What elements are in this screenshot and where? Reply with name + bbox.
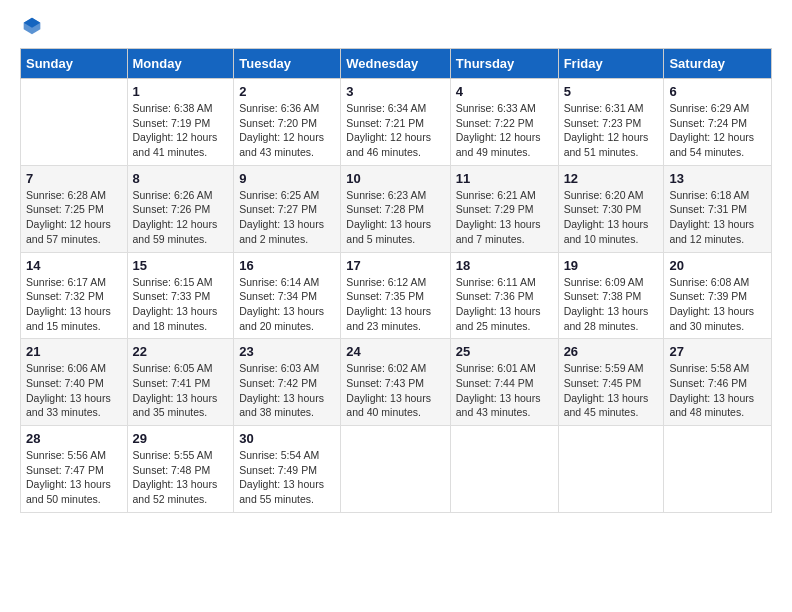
calendar-body: 1Sunrise: 6:38 AMSunset: 7:19 PMDaylight… — [21, 79, 772, 513]
calendar-cell: 15Sunrise: 6:15 AMSunset: 7:33 PMDayligh… — [127, 252, 234, 339]
calendar-cell: 4Sunrise: 6:33 AMSunset: 7:22 PMDaylight… — [450, 79, 558, 166]
day-info: Sunrise: 6:09 AMSunset: 7:38 PMDaylight:… — [564, 275, 659, 334]
week-row: 14Sunrise: 6:17 AMSunset: 7:32 PMDayligh… — [21, 252, 772, 339]
day-number: 10 — [346, 171, 444, 186]
day-number: 20 — [669, 258, 766, 273]
calendar-cell — [558, 426, 664, 513]
day-info: Sunrise: 6:21 AMSunset: 7:29 PMDaylight:… — [456, 188, 553, 247]
day-number: 28 — [26, 431, 122, 446]
calendar-cell: 29Sunrise: 5:55 AMSunset: 7:48 PMDayligh… — [127, 426, 234, 513]
calendar-cell: 25Sunrise: 6:01 AMSunset: 7:44 PMDayligh… — [450, 339, 558, 426]
weekday-header: Friday — [558, 49, 664, 79]
day-number: 3 — [346, 84, 444, 99]
day-info: Sunrise: 6:36 AMSunset: 7:20 PMDaylight:… — [239, 101, 335, 160]
weekday-row: SundayMondayTuesdayWednesdayThursdayFrid… — [21, 49, 772, 79]
calendar-cell: 9Sunrise: 6:25 AMSunset: 7:27 PMDaylight… — [234, 165, 341, 252]
calendar-cell: 14Sunrise: 6:17 AMSunset: 7:32 PMDayligh… — [21, 252, 128, 339]
day-info: Sunrise: 6:23 AMSunset: 7:28 PMDaylight:… — [346, 188, 444, 247]
day-number: 15 — [133, 258, 229, 273]
day-info: Sunrise: 6:31 AMSunset: 7:23 PMDaylight:… — [564, 101, 659, 160]
calendar-cell: 18Sunrise: 6:11 AMSunset: 7:36 PMDayligh… — [450, 252, 558, 339]
day-number: 8 — [133, 171, 229, 186]
day-number: 22 — [133, 344, 229, 359]
day-info: Sunrise: 6:29 AMSunset: 7:24 PMDaylight:… — [669, 101, 766, 160]
day-number: 21 — [26, 344, 122, 359]
calendar-cell: 17Sunrise: 6:12 AMSunset: 7:35 PMDayligh… — [341, 252, 450, 339]
day-info: Sunrise: 6:34 AMSunset: 7:21 PMDaylight:… — [346, 101, 444, 160]
calendar-cell: 30Sunrise: 5:54 AMSunset: 7:49 PMDayligh… — [234, 426, 341, 513]
logo — [20, 16, 42, 36]
calendar-cell: 26Sunrise: 5:59 AMSunset: 7:45 PMDayligh… — [558, 339, 664, 426]
day-number: 24 — [346, 344, 444, 359]
calendar-cell — [450, 426, 558, 513]
day-info: Sunrise: 6:12 AMSunset: 7:35 PMDaylight:… — [346, 275, 444, 334]
day-number: 4 — [456, 84, 553, 99]
day-info: Sunrise: 6:05 AMSunset: 7:41 PMDaylight:… — [133, 361, 229, 420]
header — [20, 16, 772, 36]
day-info: Sunrise: 6:03 AMSunset: 7:42 PMDaylight:… — [239, 361, 335, 420]
day-info: Sunrise: 6:33 AMSunset: 7:22 PMDaylight:… — [456, 101, 553, 160]
weekday-header: Tuesday — [234, 49, 341, 79]
day-number: 2 — [239, 84, 335, 99]
day-number: 17 — [346, 258, 444, 273]
day-number: 9 — [239, 171, 335, 186]
day-number: 29 — [133, 431, 229, 446]
day-info: Sunrise: 6:15 AMSunset: 7:33 PMDaylight:… — [133, 275, 229, 334]
day-number: 19 — [564, 258, 659, 273]
day-info: Sunrise: 6:38 AMSunset: 7:19 PMDaylight:… — [133, 101, 229, 160]
calendar-cell: 11Sunrise: 6:21 AMSunset: 7:29 PMDayligh… — [450, 165, 558, 252]
day-info: Sunrise: 6:11 AMSunset: 7:36 PMDaylight:… — [456, 275, 553, 334]
calendar-cell: 16Sunrise: 6:14 AMSunset: 7:34 PMDayligh… — [234, 252, 341, 339]
calendar-cell: 10Sunrise: 6:23 AMSunset: 7:28 PMDayligh… — [341, 165, 450, 252]
calendar-cell: 27Sunrise: 5:58 AMSunset: 7:46 PMDayligh… — [664, 339, 772, 426]
calendar-cell: 3Sunrise: 6:34 AMSunset: 7:21 PMDaylight… — [341, 79, 450, 166]
week-row: 7Sunrise: 6:28 AMSunset: 7:25 PMDaylight… — [21, 165, 772, 252]
day-number: 27 — [669, 344, 766, 359]
day-number: 14 — [26, 258, 122, 273]
calendar: SundayMondayTuesdayWednesdayThursdayFrid… — [20, 48, 772, 513]
calendar-cell: 2Sunrise: 6:36 AMSunset: 7:20 PMDaylight… — [234, 79, 341, 166]
day-info: Sunrise: 6:20 AMSunset: 7:30 PMDaylight:… — [564, 188, 659, 247]
week-row: 28Sunrise: 5:56 AMSunset: 7:47 PMDayligh… — [21, 426, 772, 513]
day-info: Sunrise: 6:18 AMSunset: 7:31 PMDaylight:… — [669, 188, 766, 247]
day-number: 11 — [456, 171, 553, 186]
calendar-cell — [341, 426, 450, 513]
calendar-cell: 6Sunrise: 6:29 AMSunset: 7:24 PMDaylight… — [664, 79, 772, 166]
day-info: Sunrise: 6:06 AMSunset: 7:40 PMDaylight:… — [26, 361, 122, 420]
week-row: 1Sunrise: 6:38 AMSunset: 7:19 PMDaylight… — [21, 79, 772, 166]
calendar-cell — [21, 79, 128, 166]
weekday-header: Saturday — [664, 49, 772, 79]
calendar-cell: 7Sunrise: 6:28 AMSunset: 7:25 PMDaylight… — [21, 165, 128, 252]
calendar-cell: 12Sunrise: 6:20 AMSunset: 7:30 PMDayligh… — [558, 165, 664, 252]
day-info: Sunrise: 6:08 AMSunset: 7:39 PMDaylight:… — [669, 275, 766, 334]
day-info: Sunrise: 6:26 AMSunset: 7:26 PMDaylight:… — [133, 188, 229, 247]
day-number: 1 — [133, 84, 229, 99]
day-number: 26 — [564, 344, 659, 359]
day-number: 16 — [239, 258, 335, 273]
logo-icon — [22, 16, 42, 36]
day-number: 7 — [26, 171, 122, 186]
day-info: Sunrise: 5:58 AMSunset: 7:46 PMDaylight:… — [669, 361, 766, 420]
day-info: Sunrise: 6:14 AMSunset: 7:34 PMDaylight:… — [239, 275, 335, 334]
calendar-cell: 8Sunrise: 6:26 AMSunset: 7:26 PMDaylight… — [127, 165, 234, 252]
calendar-header: SundayMondayTuesdayWednesdayThursdayFrid… — [21, 49, 772, 79]
weekday-header: Thursday — [450, 49, 558, 79]
day-info: Sunrise: 5:59 AMSunset: 7:45 PMDaylight:… — [564, 361, 659, 420]
calendar-cell: 19Sunrise: 6:09 AMSunset: 7:38 PMDayligh… — [558, 252, 664, 339]
weekday-header: Sunday — [21, 49, 128, 79]
day-number: 18 — [456, 258, 553, 273]
day-number: 5 — [564, 84, 659, 99]
day-number: 12 — [564, 171, 659, 186]
calendar-cell — [664, 426, 772, 513]
calendar-cell: 24Sunrise: 6:02 AMSunset: 7:43 PMDayligh… — [341, 339, 450, 426]
day-info: Sunrise: 6:25 AMSunset: 7:27 PMDaylight:… — [239, 188, 335, 247]
day-number: 6 — [669, 84, 766, 99]
day-number: 23 — [239, 344, 335, 359]
day-info: Sunrise: 5:55 AMSunset: 7:48 PMDaylight:… — [133, 448, 229, 507]
day-number: 30 — [239, 431, 335, 446]
calendar-cell: 28Sunrise: 5:56 AMSunset: 7:47 PMDayligh… — [21, 426, 128, 513]
calendar-cell: 22Sunrise: 6:05 AMSunset: 7:41 PMDayligh… — [127, 339, 234, 426]
calendar-cell: 1Sunrise: 6:38 AMSunset: 7:19 PMDaylight… — [127, 79, 234, 166]
day-info: Sunrise: 6:17 AMSunset: 7:32 PMDaylight:… — [26, 275, 122, 334]
weekday-header: Wednesday — [341, 49, 450, 79]
